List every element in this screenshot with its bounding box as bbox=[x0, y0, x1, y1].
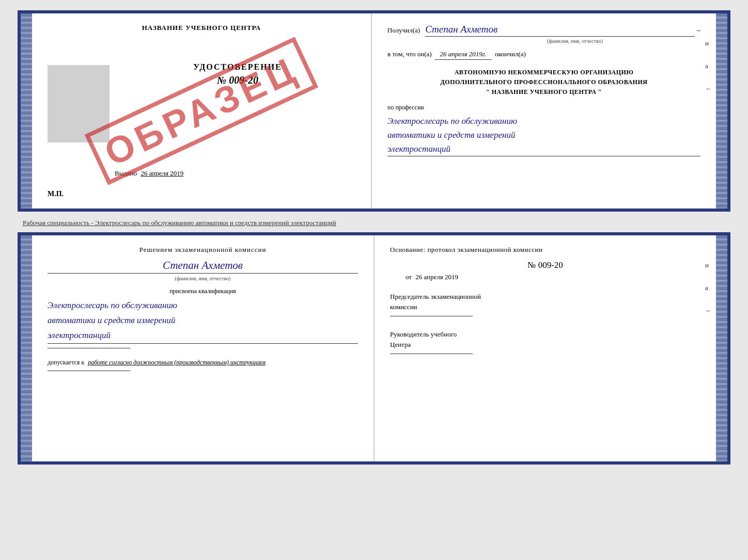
predsedatel-line1: Председатель экзаменационной bbox=[390, 292, 700, 302]
marker-a: а bbox=[705, 62, 712, 70]
qual-line3: электростанций bbox=[48, 328, 358, 343]
rukovoditel-signature-line bbox=[390, 354, 473, 354]
bottom-certificate: Решением экзаменационной комиссии Степан… bbox=[18, 232, 730, 465]
poluchil-label: Получил(а) bbox=[387, 26, 420, 35]
vtom-label: в том, что он(а) bbox=[387, 50, 432, 58]
org-line1: АВТОНОМНУЮ НЕКОММЕРЧЕСКУЮ ОРГАНИЗАЦИЮ bbox=[387, 68, 700, 77]
predsedatel-block: Председатель экзаменационной комиссии bbox=[390, 292, 700, 316]
specialty-label: Рабочая специальность - Электрослесарь п… bbox=[18, 216, 730, 228]
cert-left-page: НАЗВАНИЕ УЧЕБНОГО ЦЕНТРА УДОСТОВЕРЕНИЕ №… bbox=[32, 13, 372, 209]
dopuskaetsya-label: допускается к bbox=[48, 359, 84, 366]
dopuskaetsya-text: работе согласно должностным (производств… bbox=[88, 359, 266, 366]
spine-right bbox=[716, 13, 727, 209]
received-line: Получил(а) Степан Ахметов – bbox=[387, 24, 700, 37]
vydano-date: 26 апреля 2019 bbox=[141, 169, 184, 177]
vydano-label: Выдано bbox=[115, 169, 137, 177]
dopuskaetsya-signature-line bbox=[48, 371, 130, 371]
qualification-text: Электрослесарь по обслуживанию автоматик… bbox=[48, 298, 358, 344]
fio-caption-top: (фамилия, имя, отчество) bbox=[449, 38, 700, 44]
ot-date: 26 апреля 2019 bbox=[415, 273, 458, 281]
profession-line3: электростанций bbox=[387, 142, 700, 156]
bottom-marker-arrow: ← bbox=[705, 307, 712, 315]
udostoverenie-block: УДОСТОВЕРЕНИЕ № 009-20 bbox=[115, 62, 361, 86]
bottom-right-page: Основание: протокол экзаменационной коми… bbox=[375, 235, 716, 461]
bottom-marker-i: и bbox=[705, 261, 712, 269]
qualification-signature-line bbox=[48, 348, 130, 348]
dopuskaetsya-block: допускается к работе согласно должностны… bbox=[48, 359, 358, 366]
right-side-markers: и а ← bbox=[705, 39, 712, 93]
vtom-date: 26 апреля 2019г. bbox=[435, 50, 492, 60]
bottom-spine-right bbox=[716, 235, 727, 461]
fio-caption-bottom: (фамилия, имя, отчество) bbox=[48, 276, 358, 281]
ot-label: от bbox=[406, 273, 412, 281]
spine-left bbox=[21, 13, 32, 209]
dash-1: – bbox=[697, 26, 700, 35]
qual-line2: автоматики и средств измерений bbox=[48, 313, 358, 328]
org-line3: " НАЗВАНИЕ УЧЕБНОГО ЦЕНТРА " bbox=[387, 87, 700, 97]
osnovaniye-block: Основание: протокол экзаменационной коми… bbox=[390, 246, 700, 254]
mp-block: М.П. bbox=[48, 190, 64, 198]
bottom-spine-left bbox=[21, 235, 32, 461]
komissia-name: Степан Ахметов bbox=[48, 259, 358, 274]
bottom-left-page: Решением экзаменационной комиссии Степан… bbox=[32, 235, 375, 461]
udostoverenie-number: № 009-20 bbox=[115, 74, 361, 86]
po-professii-label: по профессии bbox=[387, 104, 700, 111]
org-block: АВТОНОМНУЮ НЕКОММЕРЧЕСКУЮ ОРГАНИЗАЦИЮ ДО… bbox=[387, 68, 700, 98]
resheniem-title: Решением экзаменационной комиссии bbox=[48, 246, 358, 254]
okonchil-label: окончил(а) bbox=[495, 50, 526, 58]
marker-arrow: ← bbox=[705, 85, 712, 93]
prisvoena-label: присвоена квалификация bbox=[48, 287, 358, 295]
rukovoditel-line1: Руководитель учебного bbox=[390, 329, 700, 340]
bottom-marker-a: а bbox=[705, 284, 712, 292]
poluchil-name: Степан Ахметов bbox=[425, 24, 695, 37]
vydano-block: Выдано 26 апреля 2019 bbox=[115, 169, 183, 178]
document-wrapper: НАЗВАНИЕ УЧЕБНОГО ЦЕНТРА УДОСТОВЕРЕНИЕ №… bbox=[18, 10, 730, 465]
right-side-markers-bottom: и а ← bbox=[705, 261, 712, 315]
top-certificate: НАЗВАНИЕ УЧЕБНОГО ЦЕНТРА УДОСТОВЕРЕНИЕ №… bbox=[18, 10, 730, 212]
profession-line2: автоматики и средств измерений bbox=[387, 128, 700, 142]
protocol-number: № 009-20 bbox=[390, 260, 700, 270]
protocol-date: от 26 апреля 2019 bbox=[406, 273, 700, 281]
profession-line1: Электрослесарь по обслуживанию bbox=[387, 114, 700, 128]
org-line2: ДОПОЛНИТЕЛЬНОГО ПРОФЕССИОНАЛЬНОГО ОБРАЗО… bbox=[387, 77, 700, 87]
marker-i: и bbox=[705, 39, 712, 47]
rukovoditel-block: Руководитель учебного Центра bbox=[390, 329, 700, 354]
vtom-line: в том, что он(а) 26 апреля 2019г. окончи… bbox=[387, 50, 700, 60]
school-name-top: НАЗВАНИЕ УЧЕБНОГО ЦЕНТРА bbox=[45, 24, 358, 32]
predsedatel-signature-line bbox=[390, 316, 473, 316]
udostoverenie-title: УДОСТОВЕРЕНИЕ bbox=[115, 62, 361, 72]
profession-text: Электрослесарь по обслуживанию автоматик… bbox=[387, 114, 700, 157]
predsedatel-line2: комиссии bbox=[390, 302, 700, 312]
photo-placeholder bbox=[48, 65, 110, 142]
qual-line1: Электрослесарь по обслуживанию bbox=[48, 298, 358, 313]
cert-right-page: Получил(а) Степан Ахметов – (фамилия, им… bbox=[372, 13, 716, 209]
rukovoditel-line2: Центра bbox=[390, 340, 700, 350]
obrazec-stamp: ОБРАЗЕЦ bbox=[85, 37, 319, 185]
